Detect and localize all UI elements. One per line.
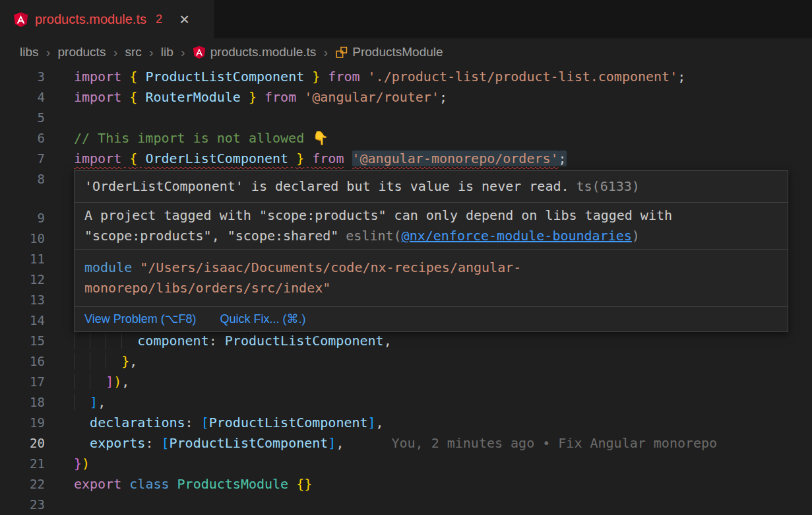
code-text: exports: [ProductListComponent],You, 2 m…	[74, 433, 717, 454]
breadcrumb-item-productsmodule[interactable]: ProductsModule	[335, 45, 443, 59]
code-line-22[interactable]: 22export class ProductsModule {}	[0, 474, 812, 495]
line-number-13[interactable]: 13	[0, 290, 45, 310]
code-line-4[interactable]: 4import { RouterModule } from '@angular/…	[0, 87, 812, 108]
code-line-23[interactable]: 23	[0, 495, 812, 515]
breadcrumb-separator: ›	[149, 46, 154, 59]
line-number-17[interactable]: 17	[0, 372, 45, 392]
code-line-3[interactable]: 3import { ProductListComponent } from '.…	[0, 67, 812, 87]
breadcrumb-item-products-module-ts[interactable]: products.module.ts	[193, 45, 317, 59]
breadcrumb-separator: ›	[323, 46, 328, 59]
code-text: declarations: [ProductListComponent],	[74, 413, 384, 433]
module-path-line2: monorepo/libs/orders/src/index"	[84, 280, 330, 296]
vscode-editor-window: products.module.ts 2 × libs›products›src…	[0, 0, 812, 515]
breadcrumb-label: lib	[161, 45, 173, 59]
line-number-10[interactable]: 10	[0, 228, 45, 249]
tab-title: products.module.ts	[35, 12, 146, 27]
breadcrumb-label: products	[58, 45, 106, 59]
code-text: export class ProductsModule {}	[74, 474, 312, 495]
code-line-6[interactable]: 6// This import is not allowed 👇	[0, 128, 812, 149]
line-number-14[interactable]: 14	[0, 310, 45, 331]
code-line-5[interactable]: 5	[0, 108, 812, 128]
code-line-20[interactable]: 20 exports: [ProductListComponent],You, …	[0, 433, 812, 454]
module-quick-info: module "/Users/isaac/Documents/code/nx-r…	[75, 249, 788, 306]
line-number-16[interactable]: 16	[0, 351, 45, 372]
breadcrumb: libs›products›src›lib›products.module.ts…	[0, 38, 812, 66]
breadcrumb-item-libs[interactable]: libs	[20, 45, 39, 59]
eslint-message-line2: "scope:products", "scope:shared"	[84, 228, 338, 244]
breadcrumb-label: products.module.ts	[210, 45, 317, 59]
eslint-source-prefix: eslint(	[346, 228, 401, 244]
code-area[interactable]: 3import { ProductListComponent } from '.…	[0, 66, 812, 515]
code-text: import { OrderListComponent } from '@ang…	[74, 149, 567, 169]
line-number-8[interactable]: 8	[0, 169, 45, 189]
code-line-17[interactable]: 17 ]),	[0, 372, 812, 392]
breadcrumb-separator: ›	[181, 46, 185, 59]
code-text: // This import is not allowed 👇	[74, 128, 328, 149]
ts-diagnostic-source: ts(6133)	[577, 178, 640, 194]
code-text: },	[74, 351, 137, 372]
code-line-7[interactable]: 7import { OrderListComponent } from '@an…	[0, 149, 812, 169]
breadcrumb-item-src[interactable]: src	[125, 45, 141, 59]
tab-problems-badge: 2	[156, 13, 162, 26]
eslint-source: eslint(@nx/enforce-module-boundaries)	[346, 228, 640, 244]
angular-icon	[13, 12, 28, 27]
git-blame-annotation: You, 2 minutes ago • Fix Angular monorep…	[391, 435, 717, 451]
tab-bar: products.module.ts 2 ×	[0, 0, 812, 38]
breadcrumb-separator: ›	[113, 46, 117, 59]
hover-actions: View Problem (⌥F8) Quick Fix... (⌘.)	[75, 306, 788, 331]
view-problem-action[interactable]: View Problem (⌥F8)	[84, 311, 196, 327]
line-number-20[interactable]: 20	[0, 433, 45, 454]
breadcrumb-label: src	[125, 45, 141, 59]
code-text: ]),	[74, 372, 129, 392]
symbol-class-icon	[335, 46, 348, 59]
ts-diagnostic-message: 'OrderListComponent' is declared but its…	[84, 178, 569, 194]
code-text: import { ProductListComponent } from './…	[74, 67, 685, 87]
angular-icon	[193, 46, 206, 59]
line-number-9[interactable]: 9	[0, 208, 45, 228]
line-number-4[interactable]: 4	[0, 87, 45, 108]
code-text: import { RouterModule } from '@angular/r…	[74, 87, 447, 108]
code-text: ],	[74, 392, 106, 413]
ts-diagnostic: 'OrderListComponent' is declared but its…	[75, 171, 788, 202]
line-number-3[interactable]: 3	[0, 67, 45, 87]
code-text: component: ProductListComponent,	[74, 331, 392, 351]
code-line-19[interactable]: 19 declarations: [ProductListComponent],	[0, 413, 812, 433]
breadcrumb-label: ProductsModule	[352, 45, 443, 59]
eslint-source-suffix: )	[632, 228, 640, 244]
hover-popup: 'OrderListComponent' is declared but its…	[74, 170, 788, 332]
line-number-15[interactable]: 15	[0, 331, 45, 351]
eslint-diagnostic: A project tagged with "scope:products" c…	[75, 202, 788, 249]
line-number-6[interactable]: 6	[0, 128, 45, 149]
line-number-5[interactable]: 5	[0, 108, 45, 128]
breadcrumb-item-lib[interactable]: lib	[161, 45, 173, 59]
module-keyword: module	[84, 259, 132, 275]
line-number-23[interactable]: 23	[0, 495, 45, 515]
eslint-rule-link[interactable]: @nx/enforce-module-boundaries	[402, 228, 632, 244]
line-number-19[interactable]: 19	[0, 413, 45, 433]
code-line-18[interactable]: 18 ],	[0, 392, 812, 413]
line-number-18[interactable]: 18	[0, 392, 45, 413]
tab-close-icon[interactable]: ×	[179, 11, 189, 28]
code-text: })	[74, 454, 90, 474]
breadcrumb-label: libs	[20, 45, 39, 59]
code-line-15[interactable]: 15 component: ProductListComponent,	[0, 331, 812, 351]
module-path-line1: "/Users/isaac/Documents/code/nx-recipes/…	[132, 259, 521, 275]
breadcrumb-item-products[interactable]: products	[58, 45, 106, 59]
code-line-16[interactable]: 16 },	[0, 351, 812, 372]
eslint-message-line1: A project tagged with "scope:products" c…	[84, 207, 672, 223]
quick-fix-action[interactable]: Quick Fix... (⌘.)	[220, 311, 305, 327]
line-number-11[interactable]: 11	[0, 249, 45, 269]
line-number-22[interactable]: 22	[0, 474, 45, 495]
tab-products-module[interactable]: products.module.ts 2 ×	[0, 0, 215, 38]
line-number-21[interactable]: 21	[0, 454, 45, 474]
code-line-21[interactable]: 21})	[0, 454, 812, 474]
line-number-7[interactable]: 7	[0, 149, 45, 169]
line-number-12[interactable]: 12	[0, 269, 45, 290]
breadcrumb-separator: ›	[46, 46, 51, 59]
